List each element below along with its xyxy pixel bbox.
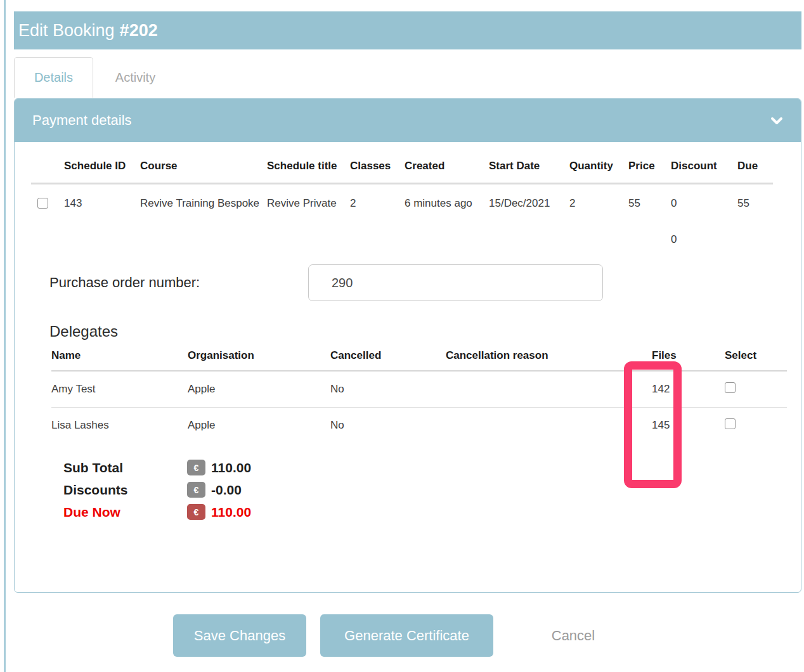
delegates-header-row: Name Organisation Cancelled Cancellation… <box>51 349 787 371</box>
cell-schedule-title: Revive Private <box>267 184 350 214</box>
col-price: Price <box>628 158 671 184</box>
booking-number: #202 <box>120 21 158 41</box>
payment-details-header[interactable]: Payment details <box>15 99 801 142</box>
tab-details[interactable]: Details <box>14 57 93 98</box>
discounts-row: Discounts € -0.00 <box>63 482 784 498</box>
cell-delegate-files[interactable]: 145 <box>652 407 725 443</box>
page-title: Edit Booking <box>18 21 115 41</box>
cell-delegate-organisation: Apple <box>188 407 330 443</box>
chevron-down-icon[interactable] <box>770 117 783 125</box>
col-quantity: Quantity <box>569 158 628 184</box>
col-cancellation-reason: Cancellation reason <box>446 349 652 371</box>
totals-block: Sub Total € 110.00 Discounts € -0.00 Due… <box>63 460 784 520</box>
euro-icon: € <box>187 504 205 520</box>
discounts-label: Discounts <box>63 482 187 498</box>
cell-delegate-name: Amy Test <box>51 371 188 407</box>
col-files: Files <box>652 349 725 371</box>
col-name: Name <box>51 349 188 371</box>
cell-quantity: 2 <box>569 184 628 214</box>
payment-details-panel: Payment details Schedule ID <box>14 98 801 593</box>
purchase-order-row: Purchase order number: <box>31 264 784 301</box>
col-start-date: Start Date <box>489 158 569 184</box>
col-schedule-id: Schedule ID <box>64 158 140 184</box>
euro-icon: € <box>187 460 205 475</box>
due-now-row: Due Now € 110.00 <box>63 504 784 520</box>
edit-booking-page: Edit Booking #202 Details Activity Payme… <box>14 11 801 657</box>
due-now-label: Due Now <box>63 505 187 520</box>
col-discount: Discount <box>671 158 737 184</box>
cell-course: Revive Training Bespoke <box>140 184 267 214</box>
cell-created: 6 minutes ago <box>405 184 489 214</box>
save-changes-button[interactable]: Save Changes <box>173 614 306 657</box>
tab-bar: Details Activity <box>14 57 801 98</box>
due-now-value: 110.00 <box>211 505 251 520</box>
schedule-totals-row: 0 <box>31 214 773 248</box>
subtotal-label: Sub Total <box>63 460 187 475</box>
purchase-order-label: Purchase order number: <box>49 275 308 291</box>
cell-delegate-cancelled: No <box>330 371 446 407</box>
schedule-row-checkbox[interactable] <box>37 198 48 209</box>
schedule-header-row: Schedule ID Course Schedule title Classe… <box>31 158 773 184</box>
cell-start-date: 15/Dec/2021 <box>489 184 569 214</box>
cell-delegate-files[interactable]: 142 <box>652 371 725 407</box>
subtotal-row: Sub Total € 110.00 <box>63 460 784 475</box>
delegate-row: Lisa Lashes Apple No 145 <box>51 407 787 443</box>
cell-classes: 2 <box>350 184 405 214</box>
tab-activity[interactable]: Activity <box>93 57 178 98</box>
col-created: Created <box>405 158 489 184</box>
cell-discount: 0 <box>671 184 737 214</box>
col-cancelled: Cancelled <box>330 349 446 371</box>
footer-actions: Save Changes Generate Certificate Cancel <box>14 614 801 657</box>
delegate-select-checkbox[interactable] <box>725 418 736 429</box>
cell-schedule-id: 143 <box>64 184 140 214</box>
cell-due: 55 <box>737 184 773 214</box>
cell-delegate-organisation: Apple <box>188 371 330 407</box>
schedule-table: Schedule ID Course Schedule title Classe… <box>31 158 773 248</box>
discounts-value: -0.00 <box>211 482 242 498</box>
tab-activity-label: Activity <box>115 70 155 85</box>
col-select: Select <box>725 349 787 371</box>
schedule-select-col-header <box>31 158 64 184</box>
col-due: Due <box>737 158 773 184</box>
cell-delegate-name: Lisa Lashes <box>51 407 188 443</box>
cell-price: 55 <box>628 184 671 214</box>
cancel-link[interactable]: Cancel <box>547 628 600 644</box>
delegate-select-checkbox[interactable] <box>725 382 736 393</box>
delegates-table: Name Organisation Cancelled Cancellation… <box>51 349 787 443</box>
payment-details-body: Schedule ID Course Schedule title Classe… <box>15 142 801 520</box>
col-organisation: Organisation <box>188 349 330 371</box>
schedule-row: 143 Revive Training Bespoke Revive Priva… <box>31 184 773 214</box>
tab-details-label: Details <box>34 70 73 85</box>
payment-details-title: Payment details <box>32 112 132 129</box>
cell-delegate-cancellation-reason <box>446 371 652 407</box>
cell-delegate-cancelled: No <box>330 407 446 443</box>
generate-certificate-button[interactable]: Generate Certificate <box>320 614 493 657</box>
col-classes: Classes <box>350 158 405 184</box>
page-left-rule <box>4 0 6 672</box>
delegate-row: Amy Test Apple No 142 <box>51 371 787 407</box>
euro-icon: € <box>187 482 205 498</box>
cell-total-discount: 0 <box>671 214 737 248</box>
subtotal-value: 110.00 <box>211 460 251 475</box>
cell-delegate-cancellation-reason <box>446 407 652 443</box>
purchase-order-input[interactable] <box>308 264 603 301</box>
col-course: Course <box>140 158 267 184</box>
delegates-heading: Delegates <box>49 323 784 340</box>
col-schedule-title: Schedule title <box>267 158 350 184</box>
page-title-bar: Edit Booking #202 <box>14 11 801 49</box>
